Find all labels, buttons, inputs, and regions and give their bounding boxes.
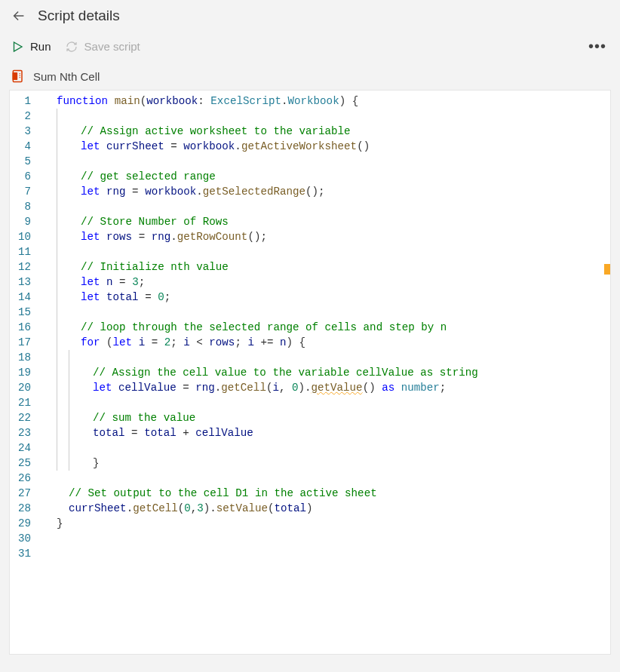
code-area[interactable]: function main(workbook: ExcelScript.Work… — [38, 91, 610, 654]
code-line: // Set output to the cell D1 in the acti… — [38, 486, 610, 501]
code-line — [38, 154, 610, 169]
code-line — [38, 471, 610, 486]
code-line — [38, 305, 610, 320]
save-script-button[interactable]: Save script — [65, 40, 140, 54]
code-line: // sum the value — [38, 410, 610, 425]
script-file-icon — [11, 69, 26, 84]
code-line: // get selected range — [38, 169, 610, 184]
toolbar: Run Save script ••• — [0, 32, 620, 64]
code-line: currSheet.getCell(0,3).setValue(total) — [38, 501, 610, 516]
code-line — [38, 440, 610, 456]
code-line: // Initialize nth value — [38, 259, 610, 275]
code-line: } — [38, 516, 610, 531]
svg-rect-1 — [13, 72, 18, 80]
code-line: let rows = rng.getRowCount(); — [38, 229, 610, 244]
code-editor[interactable]: 1234567891011121314151617181920212223242… — [9, 90, 611, 655]
code-line — [38, 395, 610, 410]
scrollbar-marker-warning — [604, 264, 610, 275]
code-line — [38, 350, 610, 365]
code-line: for (let i = 2; i < rows; i += n) { — [38, 335, 610, 350]
code-line: total = total + cellValue — [38, 425, 610, 440]
code-line: let total = 0; — [38, 290, 610, 305]
code-line: // Assign active worksheet to the variab… — [38, 124, 610, 139]
play-icon — [11, 40, 24, 54]
code-line: let n = 3; — [38, 275, 610, 290]
code-line: let currSheet = workbook.getActiveWorksh… — [38, 139, 610, 154]
code-line — [38, 244, 610, 259]
code-line — [38, 109, 610, 124]
header: Script details — [0, 0, 620, 32]
sync-icon — [65, 40, 78, 54]
code-line: let rng = workbook.getSelectedRange(); — [38, 184, 610, 199]
code-line: // loop through the selected range of ce… — [38, 320, 610, 335]
run-label: Run — [30, 40, 51, 53]
line-number-gutter: 1234567891011121314151617181920212223242… — [10, 91, 38, 654]
code-line: // Assign the cell value to the variable… — [38, 365, 610, 380]
back-arrow-icon[interactable] — [11, 8, 27, 24]
code-line — [38, 199, 610, 214]
script-name: Sum Nth Cell — [33, 70, 100, 83]
run-button[interactable]: Run — [11, 40, 51, 54]
code-line: } — [38, 456, 610, 471]
script-name-bar: Sum Nth Cell — [0, 64, 620, 90]
code-line — [38, 531, 610, 546]
code-line: // Store Number of Rows — [38, 214, 610, 229]
more-options-button[interactable]: ••• — [585, 35, 609, 58]
code-line — [38, 546, 610, 561]
save-label: Save script — [84, 40, 140, 53]
code-line: function main(workbook: ExcelScript.Work… — [38, 94, 610, 109]
code-line: let cellValue = rng.getCell(i, 0).getVal… — [38, 380, 610, 395]
page-title: Script details — [38, 8, 120, 24]
